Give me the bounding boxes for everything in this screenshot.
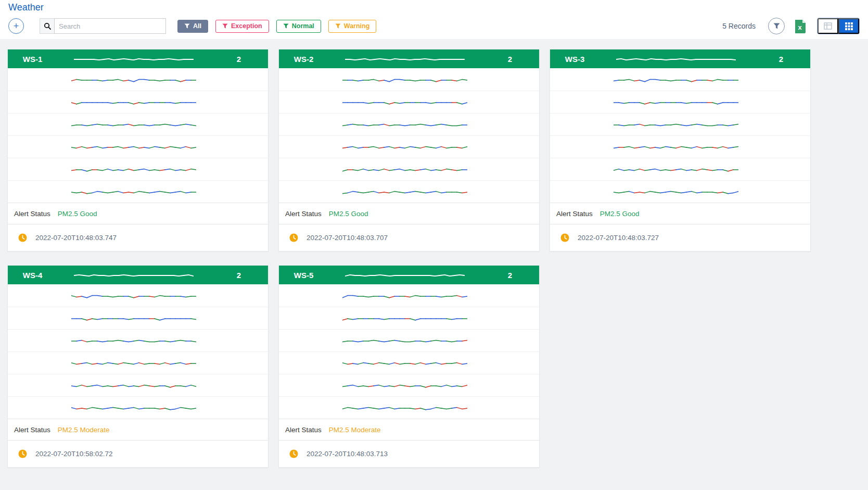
station-card[interactable]: WS-5 2 — [278, 265, 540, 468]
card-header: WS-4 2 — [8, 266, 268, 284]
records-count: 5 Records — [722, 22, 756, 30]
alert-status-label: Alert Status — [285, 210, 322, 218]
pollutant-sparkline — [328, 335, 481, 346]
excel-export-button[interactable]: x — [794, 19, 807, 33]
pollutant-sparkline — [57, 357, 210, 369]
pollutant-row — [279, 329, 539, 351]
pollutant-row — [279, 68, 539, 91]
timestamp: 2022-07-20T10:48:03.707 — [307, 234, 388, 242]
station-count: 2 — [481, 271, 539, 280]
timestamp: 2022-07-20T10:48:03.727 — [578, 234, 659, 242]
pollutant-sparkline — [57, 312, 210, 324]
pollutant-sparkline — [328, 380, 481, 391]
alert-status-row: Alert Status PM2.5 Moderate — [279, 419, 539, 440]
header-sparkline — [57, 270, 210, 280]
filter-exception-button[interactable]: Exception — [215, 20, 269, 33]
alert-status-value: PM2.5 Moderate — [58, 426, 110, 434]
add-button[interactable]: + — [8, 18, 24, 34]
pollutant-sparkline — [57, 335, 210, 346]
alert-status-label: Alert Status — [14, 210, 50, 218]
pollutant-sparkline — [57, 186, 210, 197]
pollutant-row — [279, 284, 539, 307]
pollutant-sparkline — [599, 74, 752, 85]
pollutant-sparkline — [328, 96, 481, 108]
pollutant-row — [8, 329, 268, 351]
pollutant-sparkline — [57, 380, 210, 391]
timestamp-row: 2022-07-20T10:48:03.713 — [279, 440, 539, 467]
filter-buttons: All Exception Normal Warning — [177, 20, 376, 33]
pollutant-rows — [279, 68, 539, 203]
search-icon — [40, 18, 54, 34]
pollutant-sparkline — [328, 402, 481, 413]
pollutant-row — [8, 135, 268, 158]
pollutant-row — [550, 91, 810, 113]
pollutant-sparkline — [599, 141, 752, 153]
pollutant-sparkline — [57, 119, 210, 130]
station-card[interactable]: WS-4 2 — [7, 265, 269, 468]
alert-status-row: Alert Status PM2.5 Good — [279, 203, 539, 224]
timestamp-row: 2022-07-20T10:48:03.747 — [8, 224, 268, 251]
clock-icon — [560, 233, 569, 242]
pollutant-row — [8, 307, 268, 329]
station-card[interactable]: WS-1 2 — [7, 49, 269, 252]
station-name: WS-1 — [8, 55, 57, 64]
pollutant-row — [279, 135, 539, 158]
funnel-icon — [283, 23, 289, 29]
pollutant-row — [550, 68, 810, 91]
pollutant-sparkline — [328, 164, 481, 175]
clock-icon — [289, 449, 298, 458]
card-header: WS-2 2 — [279, 49, 539, 68]
funnel-icon — [222, 23, 228, 29]
filter-circle-button[interactable] — [768, 18, 785, 34]
pollutant-row — [8, 68, 268, 91]
table-view-icon — [824, 22, 832, 30]
card-header: WS-1 2 — [8, 49, 268, 68]
pollutant-row — [8, 91, 268, 113]
alert-status-value: PM2.5 Good — [600, 210, 640, 218]
alert-status-label: Alert Status — [14, 426, 50, 434]
station-card[interactable]: WS-3 2 — [550, 49, 811, 252]
table-view-button[interactable] — [818, 18, 838, 34]
pollutant-sparkline — [57, 290, 210, 301]
pollutant-row — [550, 180, 810, 203]
pollutant-row — [8, 284, 268, 307]
alert-status-row: Alert Status PM2.5 Good — [550, 203, 810, 224]
timestamp-row: 2022-07-20T10:48:03.707 — [279, 224, 539, 251]
pollutant-row — [279, 91, 539, 113]
card-grid: WS-1 2 — [7, 49, 861, 468]
timestamp: 2022-07-20T10:48:03.747 — [35, 234, 117, 242]
svg-text:x: x — [798, 23, 802, 31]
alert-status-label: Alert Status — [285, 426, 322, 434]
pollutant-rows — [8, 68, 268, 203]
station-card[interactable]: WS-2 2 — [278, 49, 540, 252]
pollutant-row — [8, 351, 268, 374]
station-name: WS-4 — [8, 271, 57, 280]
clock-icon — [289, 233, 298, 242]
card-header: WS-3 2 — [550, 49, 810, 68]
filter-exception-label: Exception — [231, 22, 262, 30]
funnel-icon — [184, 23, 190, 29]
alert-status-value: PM2.5 Good — [58, 210, 97, 218]
card-header: WS-5 2 — [279, 266, 539, 284]
pollutant-row — [8, 374, 268, 396]
filter-all-button[interactable]: All — [177, 20, 208, 33]
header-sparkline — [599, 54, 752, 64]
station-name: WS-2 — [279, 55, 328, 64]
grid-view-button[interactable] — [838, 18, 859, 34]
excel-icon: x — [794, 19, 807, 33]
station-count: 2 — [210, 55, 268, 64]
pollutant-row — [279, 113, 539, 135]
station-name: WS-5 — [279, 271, 328, 280]
pollutant-sparkline — [57, 96, 210, 108]
pollutant-sparkline — [328, 290, 481, 301]
filter-warning-label: Warning — [344, 22, 370, 30]
pollutant-sparkline — [57, 141, 210, 153]
search-input[interactable] — [54, 18, 166, 34]
filter-warning-button[interactable]: Warning — [328, 20, 377, 33]
filter-normal-button[interactable]: Normal — [276, 20, 321, 33]
pollutant-row — [550, 135, 810, 158]
grid-view-icon — [845, 22, 853, 30]
header-sparkline — [328, 54, 481, 64]
timestamp: 2022-07-20T10:48:03.713 — [307, 450, 388, 458]
header-sparkline — [57, 54, 210, 64]
